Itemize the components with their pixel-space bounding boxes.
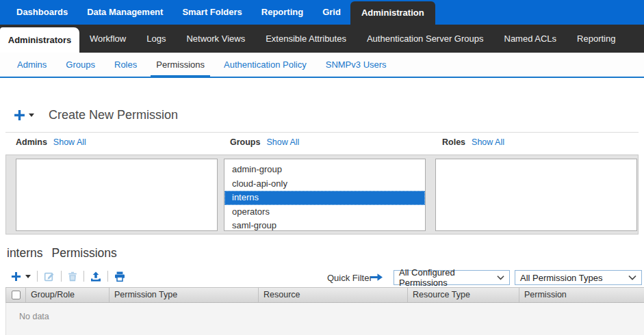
create-new-permission[interactable]: Create New Permission <box>14 108 178 122</box>
subtab-admins[interactable]: Admins <box>8 53 56 77</box>
roles-label: Roles <box>442 137 465 147</box>
toolbar-separator <box>37 271 38 282</box>
permissions-toolbar <box>11 268 125 284</box>
add-permission-button[interactable] <box>11 271 21 282</box>
secondary-nav: Administrators Workflow Logs Network Vie… <box>0 25 644 53</box>
roles-show-all-link[interactable]: Show All <box>472 137 504 147</box>
primary-nav: Dashboards Data Management Smart Folders… <box>0 0 644 25</box>
tab-network-views[interactable]: Network Views <box>176 25 255 53</box>
chevron-down-icon <box>497 275 504 280</box>
permissions-table-header: Group/Role Permission Type Resource Reso… <box>5 287 644 303</box>
list-item[interactable]: saml-group <box>224 219 425 231</box>
tab-workflow[interactable]: Workflow <box>79 25 136 53</box>
groups-listbox[interactable]: admin-group cloud-api-only interns opera… <box>224 159 426 231</box>
print-button[interactable] <box>114 271 125 282</box>
nav-reporting[interactable]: Reporting <box>252 0 313 25</box>
nav-dashboards[interactable]: Dashboards <box>7 0 77 25</box>
configured-permissions-value: All Configured Permissions <box>399 267 497 288</box>
toolbar-separator <box>107 271 108 282</box>
permission-types-select[interactable]: All Permission Types <box>515 270 642 285</box>
tertiary-nav: Admins Groups Roles Permissions Authenti… <box>0 53 644 78</box>
nav-data-management[interactable]: Data Management <box>77 0 172 25</box>
admins-label-row: AdminsShow All <box>16 137 86 147</box>
nav-grid[interactable]: Grid <box>313 0 350 25</box>
column-header-resource-type[interactable]: Resource Type <box>407 288 519 302</box>
tab-extensible-attributes[interactable]: Extensible Attributes <box>255 25 357 53</box>
section-divider <box>5 132 639 133</box>
admins-label: Admins <box>16 137 47 147</box>
quick-filter-label: Quick Filter <box>327 273 372 283</box>
trash-icon <box>68 271 77 282</box>
column-header-permission[interactable]: Permission <box>519 288 644 302</box>
list-item-selected[interactable]: interns <box>224 191 425 205</box>
column-header-permission-type[interactable]: Permission Type <box>109 288 258 302</box>
nav-smart-folders[interactable]: Smart Folders <box>172 0 251 25</box>
no-data-message: No data <box>19 312 49 321</box>
toolbar-separator <box>83 271 84 282</box>
caret-down-icon[interactable] <box>29 113 34 117</box>
permission-types-value: All Permission Types <box>520 273 602 283</box>
roles-listbox[interactable] <box>435 159 637 231</box>
tab-auth-server-groups[interactable]: Authentication Server Groups <box>357 25 494 53</box>
chevron-down-icon <box>628 275 636 280</box>
configured-permissions-select[interactable]: All Configured Permissions <box>394 270 510 285</box>
caret-down-icon[interactable] <box>25 275 31 278</box>
groups-label-row: GroupsShow All <box>230 137 299 147</box>
roles-label-row: RolesShow All <box>442 137 504 147</box>
admins-listbox[interactable] <box>16 159 218 231</box>
subtab-roles[interactable]: Roles <box>105 53 146 77</box>
column-header-group-role[interactable]: Group/Role <box>25 288 109 302</box>
upload-button[interactable] <box>90 271 101 282</box>
delete-button[interactable] <box>68 271 77 282</box>
column-header-resource[interactable]: Resource <box>258 288 407 302</box>
list-item[interactable]: cloud-api-only <box>224 177 425 191</box>
nav-administration[interactable]: Administration <box>350 1 435 25</box>
list-item[interactable]: operators <box>224 205 425 219</box>
selector-panel: admin-group cloud-api-only interns opera… <box>5 155 639 234</box>
print-icon <box>114 271 125 282</box>
select-all-checkbox[interactable] <box>12 291 21 299</box>
subtab-authentication-policy[interactable]: Authentication Policy <box>214 53 316 77</box>
edit-icon <box>44 271 55 282</box>
permissions-heading: interns Permissions <box>7 246 117 260</box>
groups-label: Groups <box>230 137 260 147</box>
admins-show-all-link[interactable]: Show All <box>53 137 86 147</box>
subtab-groups[interactable]: Groups <box>56 53 105 77</box>
edit-button[interactable] <box>44 271 55 282</box>
tab-logs[interactable]: Logs <box>136 25 176 53</box>
tab-administrators[interactable]: Administrators <box>0 27 79 53</box>
list-item[interactable]: admin-group <box>224 163 425 177</box>
tab-reporting[interactable]: Reporting <box>567 25 626 53</box>
groups-show-all-link[interactable]: Show All <box>266 137 299 147</box>
plus-icon[interactable] <box>14 109 25 121</box>
subtab-snmpv3-users[interactable]: SNMPv3 Users <box>316 53 396 77</box>
permissions-table-body: No data <box>5 303 644 335</box>
plus-icon <box>11 271 21 282</box>
tab-named-acls[interactable]: Named ACLs <box>494 25 567 53</box>
upload-icon <box>90 271 101 282</box>
create-permission-title: Create New Permission <box>49 108 178 122</box>
arrow-right-icon <box>370 272 383 282</box>
permissions-title: Permissions <box>52 246 117 260</box>
selected-group-name: interns <box>7 246 43 260</box>
subtab-permissions[interactable]: Permissions <box>146 53 214 77</box>
toolbar-separator <box>61 271 62 282</box>
